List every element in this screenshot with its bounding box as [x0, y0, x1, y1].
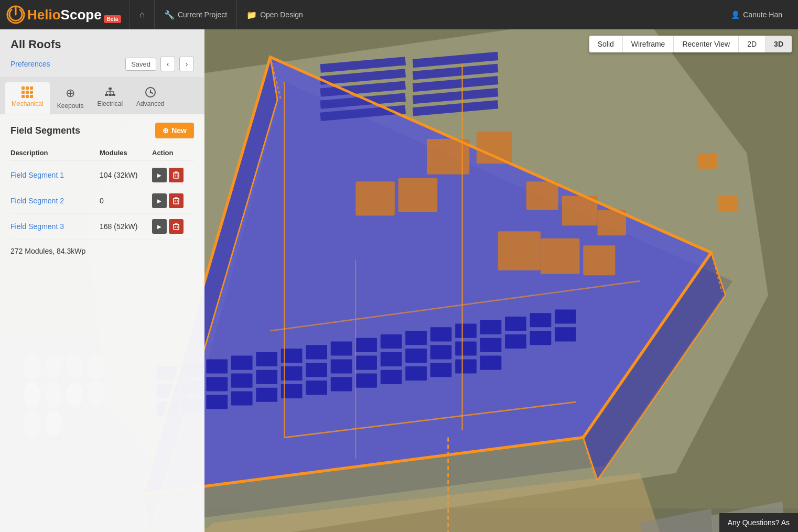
topnav: HelioScope Beta ⌂ 🔧 Current Project 📁 Op… — [0, 0, 798, 29]
tab-mechanical[interactable]: Mechanical — [5, 82, 50, 114]
table-header: Description Modules Action — [10, 146, 194, 160]
svg-rect-70 — [480, 338, 502, 352]
svg-rect-91 — [398, 178, 438, 212]
electrical-icon — [104, 86, 116, 98]
tab-advanced[interactable]: Advanced — [130, 82, 170, 114]
svg-rect-47 — [331, 341, 352, 355]
2d-view-button[interactable]: 2D — [739, 36, 765, 52]
tab-keepouts[interactable]: ⊕ Keepouts — [51, 82, 90, 114]
svg-rect-44 — [256, 352, 277, 366]
mechanical-icon — [21, 86, 33, 98]
svg-rect-46 — [306, 345, 327, 359]
segment-1-modules: 104 (32kW) — [100, 171, 152, 179]
preferences-link[interactable]: Preferences — [10, 60, 121, 68]
svg-rect-89 — [477, 132, 512, 164]
wireframe-view-button[interactable]: Wireframe — [623, 36, 674, 52]
current-project-nav-item[interactable]: 🔧 Current Project — [154, 0, 236, 29]
open-design-nav-item[interactable]: 📁 Open Design — [236, 0, 312, 29]
svg-rect-76 — [206, 395, 228, 409]
svg-rect-80 — [306, 381, 327, 395]
segment-2-modules: 0 — [100, 197, 152, 205]
svg-rect-71 — [505, 334, 526, 349]
tab-keepouts-label: Keepouts — [57, 102, 84, 110]
logo-text: HelioScope — [27, 7, 102, 23]
home-icon: ⌂ — [139, 10, 145, 19]
segment-3-link[interactable]: Field Segment 3 — [10, 222, 100, 231]
svg-rect-99 — [718, 196, 738, 211]
segment-1-nav-button[interactable]: ► — [152, 168, 167, 182]
left-panel: All Roofs Preferences Saved ‹ › Mechanic… — [0, 29, 204, 532]
svg-rect-60 — [231, 374, 253, 388]
user-area: 👤 Canute Han — [721, 10, 792, 19]
svg-rect-114 — [109, 94, 112, 96]
trash-icon — [173, 197, 179, 204]
tab-mechanical-label: Mechanical — [12, 100, 44, 107]
segment-2-delete-button[interactable] — [169, 193, 184, 208]
svg-rect-86 — [455, 359, 477, 373]
new-btn-label: New — [171, 126, 187, 135]
svg-rect-96 — [541, 238, 580, 274]
svg-rect-56 — [555, 309, 576, 323]
svg-rect-53 — [480, 320, 502, 334]
logo-power-icon — [6, 5, 25, 24]
advanced-icon — [145, 86, 156, 98]
saved-button[interactable]: Saved — [125, 58, 156, 71]
svg-rect-97 — [583, 245, 615, 275]
logo-area: HelioScope Beta — [6, 5, 121, 24]
field-segments-header: Field Segments ⊕ New — [10, 123, 194, 138]
tab-advanced-label: Advanced — [136, 100, 164, 107]
svg-rect-81 — [331, 377, 352, 391]
prev-arrow-button[interactable]: ‹ — [160, 57, 175, 71]
tab-electrical[interactable]: Electrical — [91, 82, 129, 114]
svg-rect-68 — [430, 345, 452, 359]
svg-rect-82 — [355, 374, 377, 388]
svg-rect-63 — [306, 363, 327, 377]
recenter-view-button[interactable]: Recenter View — [674, 36, 739, 52]
svg-rect-90 — [355, 181, 395, 215]
field-segments-section: Field Segments ⊕ New Description Modules… — [0, 114, 204, 532]
3d-view-button[interactable]: 3D — [765, 36, 792, 52]
new-btn-icon: ⊕ — [163, 126, 169, 135]
svg-rect-48 — [355, 338, 377, 352]
next-arrow-button[interactable]: › — [179, 57, 194, 71]
svg-rect-78 — [256, 388, 277, 402]
svg-rect-87 — [480, 356, 502, 370]
open-design-label: Open Design — [260, 10, 303, 19]
svg-rect-69 — [455, 341, 477, 355]
svg-rect-130 — [174, 199, 179, 204]
col-action: Action — [152, 149, 194, 157]
segment-2-nav-button[interactable]: ► — [152, 193, 167, 208]
svg-rect-51 — [430, 327, 452, 341]
svg-rect-135 — [174, 224, 179, 230]
questions-badge[interactable]: Any Questions? As — [719, 513, 798, 532]
segment-2-link[interactable]: Field Segment 2 — [10, 197, 100, 205]
col-modules: Modules — [100, 149, 152, 157]
svg-rect-64 — [331, 359, 352, 373]
svg-rect-72 — [530, 331, 552, 345]
tool-tabs: Mechanical ⊕ Keepouts — [0, 78, 204, 114]
panel-title: All Roofs — [10, 38, 194, 51]
new-segment-button[interactable]: ⊕ New — [155, 123, 194, 138]
user-icon: 👤 — [731, 10, 740, 19]
panel-toolbar: Preferences Saved ‹ › — [10, 57, 194, 71]
segment-1-link[interactable]: Field Segment 1 — [10, 171, 100, 179]
svg-rect-49 — [381, 334, 402, 349]
svg-rect-112 — [109, 88, 112, 90]
svg-rect-84 — [405, 366, 427, 381]
table-row: Field Segment 1 104 (32kW) ► — [10, 162, 194, 188]
solid-view-button[interactable]: Solid — [589, 36, 623, 52]
keepouts-icon: ⊕ — [66, 86, 75, 100]
svg-rect-125 — [174, 173, 179, 178]
svg-rect-67 — [405, 349, 427, 363]
segment-3-nav-button[interactable]: ► — [152, 219, 167, 234]
svg-rect-43 — [231, 356, 253, 370]
svg-rect-115 — [112, 94, 115, 96]
svg-rect-98 — [697, 153, 717, 169]
svg-rect-77 — [231, 391, 253, 405]
svg-rect-55 — [530, 313, 552, 327]
segment-3-delete-button[interactable] — [169, 219, 184, 234]
main-area: All Roofs Preferences Saved ‹ › Mechanic… — [0, 29, 798, 532]
home-nav-item[interactable]: ⌂ — [130, 0, 154, 29]
svg-rect-73 — [555, 327, 576, 341]
segment-1-delete-button[interactable] — [169, 168, 184, 182]
